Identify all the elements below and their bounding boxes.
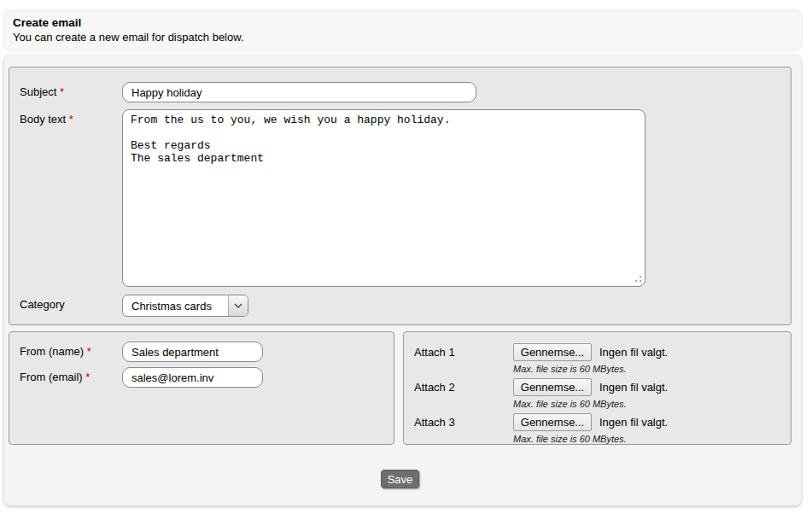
from-name-row: From (name) *: [20, 342, 394, 362]
body-label: Body text *: [20, 109, 122, 126]
subject-label-text: Subject: [20, 85, 56, 98]
subject-label: Subject *: [20, 82, 122, 98]
attach-3-block: Attach 3 Gennemse... Ingen fil valgt. Ma…: [414, 413, 791, 444]
attach-2-file-status: Ingen fil valgt.: [599, 381, 668, 394]
body-textarea-wrap: From the us to you, we wish you a happy …: [122, 109, 646, 287]
from-email-required-marker: *: [85, 371, 90, 383]
email-panel: Subject * Body text * From the us to you…: [9, 67, 792, 325]
resize-grip-icon[interactable]: [634, 275, 642, 283]
body-row: Body text * From the us to you, we wish …: [20, 109, 780, 287]
from-email-input[interactable]: [122, 367, 263, 388]
page-subtitle: You can create a new email for dispatch …: [13, 31, 792, 44]
attach-2-row: Attach 2 Gennemse... Ingen fil valgt.: [414, 378, 791, 396]
attachments-panel: Attach 1 Gennemse... Ingen fil valgt. Ma…: [403, 331, 792, 445]
from-name-label: From (name) *: [20, 342, 122, 358]
chevron-down-icon: [228, 295, 248, 316]
attach-2-label: Attach 2: [414, 378, 513, 394]
from-name-required-marker: *: [87, 345, 91, 358]
attach-3-label: Attach 3: [414, 413, 513, 429]
category-row: Category Christmas cards: [20, 295, 780, 317]
form-container: Subject * Body text * From the us to you…: [4, 56, 801, 505]
category-select[interactable]: Christmas cards: [122, 295, 248, 317]
attach-1-file-status: Ingen fil valgt.: [599, 346, 668, 359]
attach-1-row: Attach 1 Gennemse... Ingen fil valgt.: [414, 343, 791, 361]
attach-2-block: Attach 2 Gennemse... Ingen fil valgt. Ma…: [414, 378, 791, 409]
from-name-input[interactable]: [122, 342, 263, 362]
save-button[interactable]: Save: [381, 470, 420, 488]
subject-row: Subject *: [20, 82, 780, 102]
page-header: Create email You can create a new email …: [4, 11, 801, 50]
from-email-label-text: From (email): [20, 371, 83, 383]
attach-3-browse-button[interactable]: Gennemse...: [513, 413, 592, 431]
category-selected-value: Christmas cards: [123, 300, 228, 313]
attach-3-file-input: Gennemse... Ingen fil valgt.: [513, 413, 668, 431]
category-label-text: Category: [20, 298, 65, 311]
from-email-label: From (email) *: [20, 367, 122, 383]
body-required-marker: *: [69, 113, 73, 126]
attach-2-browse-button[interactable]: Gennemse...: [513, 378, 592, 396]
attach-2-max-size-note: Max. file size is 60 MBytes.: [513, 399, 791, 409]
subject-input[interactable]: [122, 82, 476, 102]
save-row: Save: [9, 470, 792, 488]
body-label-text: Body text: [20, 113, 66, 126]
sender-panel: From (name) * From (email) *: [9, 331, 394, 445]
attach-1-max-size-note: Max. file size is 60 MBytes.: [513, 364, 791, 374]
attach-1-file-input: Gennemse... Ingen fil valgt.: [513, 343, 668, 361]
attach-1-label: Attach 1: [414, 343, 513, 359]
page: Create email You can create a new email …: [0, 11, 812, 505]
from-email-row: From (email) *: [20, 367, 394, 388]
attach-3-max-size-note: Max. file size is 60 MBytes.: [513, 434, 791, 444]
attach-3-file-status: Ingen fil valgt.: [599, 416, 668, 429]
attach-1-browse-button[interactable]: Gennemse...: [513, 343, 592, 361]
from-name-label-text: From (name): [20, 345, 84, 358]
lower-panels: From (name) * From (email) * Attac: [9, 331, 792, 445]
attach-3-row: Attach 3 Gennemse... Ingen fil valgt.: [414, 413, 791, 431]
body-textarea[interactable]: From the us to you, we wish you a happy …: [122, 109, 646, 287]
category-label: Category: [20, 295, 122, 311]
attach-2-file-input: Gennemse... Ingen fil valgt.: [513, 378, 668, 396]
attach-1-block: Attach 1 Gennemse... Ingen fil valgt. Ma…: [414, 343, 791, 374]
page-title: Create email: [13, 16, 792, 29]
subject-required-marker: *: [60, 85, 64, 98]
